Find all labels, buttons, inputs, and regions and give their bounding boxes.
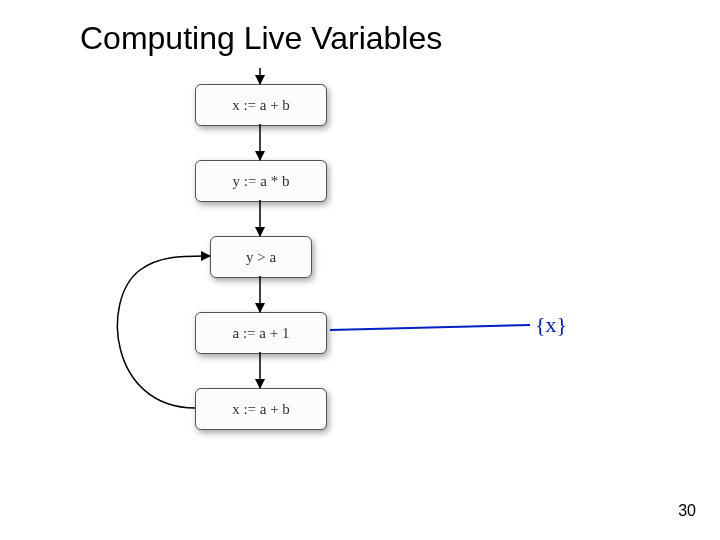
slide-title: Computing Live Variables — [80, 20, 442, 57]
flow-node-5: x := a + b — [195, 388, 327, 430]
flow-node-2-label: y := a * b — [233, 173, 290, 190]
flow-node-3-label: y > a — [246, 249, 276, 266]
annotation-pointer — [330, 325, 530, 330]
flow-node-3: y > a — [210, 236, 312, 278]
flow-node-2: y := a * b — [195, 160, 327, 202]
flow-node-1: x := a + b — [195, 84, 327, 126]
flow-node-1-label: x := a + b — [232, 97, 290, 114]
live-set-annotation: {x} — [535, 312, 567, 338]
flow-node-5-label: x := a + b — [232, 401, 290, 418]
flow-edges — [0, 0, 720, 540]
flow-node-4: a := a + 1 — [195, 312, 327, 354]
flow-node-4-label: a := a + 1 — [233, 325, 290, 342]
page-number: 30 — [678, 502, 696, 520]
